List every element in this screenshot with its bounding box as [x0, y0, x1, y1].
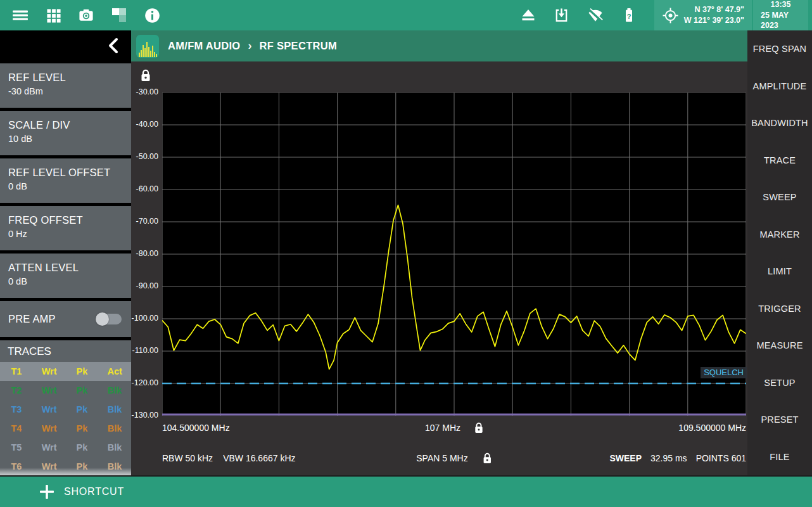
- y-tick-label: -110.00: [132, 346, 158, 355]
- trace-cell: Wrt: [33, 404, 66, 414]
- trace-cell: Wrt: [33, 385, 66, 395]
- menu-item-setup[interactable]: SETUP: [747, 364, 812, 402]
- spectrum-app-icon: [136, 35, 159, 58]
- amplitude-lock-icon[interactable]: [141, 69, 151, 82]
- clock-status[interactable]: 13:35 25 MAY 2023: [752, 0, 808, 30]
- traces-table: T1WrtPkActT2WrtPkBlkT3WrtPkBlkT4WrtPkBlk…: [0, 362, 131, 475]
- trace-cell: Blk: [98, 385, 131, 395]
- setting-ref-level[interactable]: REF LEVEL-30 dBm: [0, 63, 131, 108]
- apps-grid-icon[interactable]: [45, 7, 61, 23]
- setting-label: REF LEVEL: [8, 72, 123, 84]
- breadcrumb-page: RF SPECTRUM: [260, 40, 337, 52]
- trace-cell: T4: [0, 423, 33, 433]
- clock-time: 13:35: [771, 0, 791, 10]
- rbw-label: RBW 50 kHz: [162, 453, 213, 463]
- setting-value: 10 dB: [8, 134, 123, 144]
- setting-value: -30 dBm: [8, 86, 123, 96]
- spectrum-plot[interactable]: [162, 93, 746, 416]
- trace-cell: Pk: [66, 423, 99, 433]
- trace-row-t4[interactable]: T4WrtPkBlk: [0, 419, 131, 438]
- trace-row-t5[interactable]: T5WrtPkBlk: [0, 438, 131, 457]
- eject-icon[interactable]: [520, 7, 536, 23]
- menu-item-preset[interactable]: PRESET: [747, 401, 812, 439]
- topbar-right-icons: ? N 37° 8' 47.9" W 121° 39' 23.0" 13:35 …: [520, 0, 812, 30]
- menu-item-sweep[interactable]: SWEEP: [747, 179, 812, 216]
- y-tick-label: -30.00: [136, 87, 158, 96]
- clock-date: 25 MAY 2023: [761, 10, 801, 32]
- menu-item-marker[interactable]: MARKER: [747, 216, 812, 254]
- start-frequency-label: 104.500000 MHz: [162, 423, 230, 433]
- menu-item-trace[interactable]: TRACE: [747, 142, 812, 179]
- menu-item-amplitude[interactable]: AMPLITUDE: [747, 68, 812, 105]
- trace-row-t2[interactable]: T2WrtPkBlk: [0, 381, 131, 400]
- preamp-label: PRE AMP: [8, 313, 56, 325]
- menu-item-file[interactable]: FILE: [747, 439, 812, 476]
- wifi-off-icon[interactable]: [587, 7, 604, 23]
- trace-row-t3[interactable]: T3WrtPkBlk: [0, 400, 131, 419]
- setting-label: ATTEN LEVEL: [8, 262, 123, 274]
- bottom-bar: SHORTCUT: [0, 475, 812, 507]
- sidebar-collapse-button[interactable]: [105, 37, 123, 55]
- y-tick-label: -130.00: [132, 411, 158, 420]
- trace-cell: T2: [0, 385, 33, 395]
- screenshot-camera-icon[interactable]: [78, 7, 94, 23]
- trace-cell: T5: [0, 442, 33, 452]
- setting-label: REF LEVEL OFFSET: [8, 167, 123, 179]
- add-shortcut-button[interactable]: SHORTCUT: [39, 484, 124, 499]
- breadcrumb-chevron-icon: ›: [248, 39, 252, 53]
- setting-scale-div[interactable]: SCALE / DIV10 dB: [0, 111, 131, 155]
- setting-freq-offset[interactable]: FREQ OFFSET0 Hz: [0, 206, 131, 250]
- shortcut-label: SHORTCUT: [64, 486, 124, 497]
- setting-value: 0 Hz: [8, 229, 123, 239]
- y-tick-label: -90.00: [136, 281, 158, 290]
- span-lock-icon[interactable]: [483, 452, 492, 464]
- spectrum-analyzer-screen: ? N 37° 8' 47.9" W 121° 39' 23.0" 13:35 …: [0, 0, 812, 507]
- setting-label: FREQ OFFSET: [8, 214, 123, 226]
- topbar-left-icons: [0, 7, 160, 23]
- left-parameter-sidebar: REF LEVEL-30 dBmSCALE / DIV10 dBREF LEVE…: [0, 61, 131, 475]
- traces-panel: TRACES T1WrtPkActT2WrtPkBlkT3WrtPkBlkT4W…: [0, 340, 131, 475]
- svg-text:?: ?: [626, 13, 631, 20]
- trace-row-t1[interactable]: T1WrtPkAct: [0, 362, 131, 381]
- trace-cell: Wrt: [33, 423, 66, 433]
- preamp-toggle-knob: [96, 312, 109, 326]
- trace-cell: Pk: [66, 385, 99, 395]
- info-icon[interactable]: [144, 7, 160, 23]
- battery-unknown-icon[interactable]: ?: [621, 7, 637, 23]
- gps-icon: [662, 7, 679, 24]
- plus-icon: [39, 484, 54, 499]
- trace-cell: Pk: [66, 442, 99, 452]
- display-contrast-icon[interactable]: [111, 7, 127, 23]
- center-frequency-lock-icon[interactable]: [474, 422, 483, 433]
- gps-latitude: N 37° 8' 47.9": [694, 4, 744, 15]
- menu-item-limit[interactable]: LIMIT: [747, 253, 812, 290]
- breadcrumb-app[interactable]: AM/FM AUDIO: [168, 40, 241, 52]
- trace-cell: Act: [98, 366, 131, 376]
- y-tick-label: -40.00: [136, 120, 158, 129]
- gps-status[interactable]: N 37° 8' 47.9" W 121° 39' 23.0": [654, 0, 752, 30]
- menu-item-bandwidth[interactable]: BANDWIDTH: [747, 105, 812, 142]
- squelch-label: SQUELCH: [701, 367, 747, 378]
- menu-item-freq-span[interactable]: FREQ SPAN: [747, 30, 812, 68]
- hamburger-menu-icon[interactable]: [12, 7, 29, 23]
- import-save-icon[interactable]: [554, 7, 570, 23]
- preamp-panel[interactable]: PRE AMP: [0, 301, 131, 337]
- trace-cell: T1: [0, 366, 33, 376]
- traces-title: TRACES: [0, 344, 131, 362]
- center-frequency-label: 107 MHz: [425, 423, 460, 433]
- top-status-bar: ? N 37° 8' 47.9" W 121° 39' 23.0" 13:35 …: [0, 0, 812, 30]
- main-chart-area: -30.00-40.00-50.00-60.00-70.00-80.00-90.…: [131, 61, 747, 475]
- sweep-status-row: RBW 50 kHz VBW 16.6667 kHz SPAN 5 MHz SW…: [162, 453, 746, 463]
- setting-atten-level[interactable]: ATTEN LEVEL0 dB: [0, 254, 131, 298]
- y-axis-tick-labels: -30.00-40.00-50.00-60.00-70.00-80.00-90.…: [131, 93, 160, 416]
- y-tick-label: -50.00: [136, 152, 158, 161]
- menu-item-measure[interactable]: MEASURE: [747, 327, 812, 364]
- menu-item-trigger[interactable]: TRIGGER: [747, 290, 812, 328]
- trace-cell: Wrt: [33, 366, 66, 376]
- gps-longitude: W 121° 39' 23.0": [684, 15, 744, 26]
- preamp-toggle[interactable]: [96, 314, 122, 324]
- sidebar-settings: REF LEVEL-30 dBmSCALE / DIV10 dBREF LEVE…: [0, 63, 131, 298]
- trace-cell: Blk: [98, 404, 131, 414]
- setting-ref-level-offset[interactable]: REF LEVEL OFFSET0 dB: [0, 158, 131, 203]
- setting-label: SCALE / DIV: [8, 119, 123, 131]
